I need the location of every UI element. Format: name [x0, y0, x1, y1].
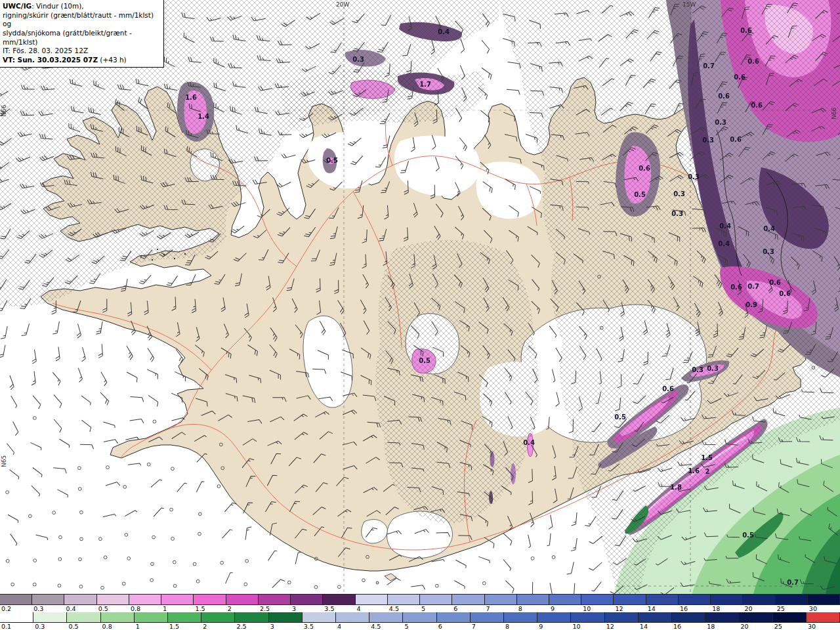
- legend-tick-label: 0.5: [67, 623, 100, 630]
- latitude-label: N66: [831, 108, 837, 119]
- legend-color-segment: [549, 595, 581, 604]
- legend-scale-rain: [0, 612, 840, 623]
- legend-tick-label: 2: [226, 605, 259, 612]
- legend-tick-label: 7: [471, 623, 504, 630]
- legend-tick-label: 3.5: [323, 605, 355, 612]
- legend-tick-label: 3.5: [303, 623, 336, 630]
- legend-tick-label: 20: [739, 623, 772, 630]
- legend-tick-label: 2: [201, 623, 235, 630]
- legend-tick-label: 25: [773, 623, 807, 630]
- legend-tick-label: 5: [403, 623, 436, 630]
- legend: 0.20.30.40.50.811.522.533.544.5567891012…: [0, 594, 840, 630]
- legend-tick-label: 8: [517, 605, 549, 612]
- legend-tick-label: 25: [776, 605, 808, 612]
- legend-tick-label: 0.3: [33, 623, 67, 630]
- legend-color-segment: [0, 612, 33, 622]
- legend-tick-label: 0.3: [32, 605, 64, 612]
- legend-color-segment: [420, 595, 452, 604]
- legend-tick-label: 5: [420, 605, 452, 612]
- legend-color-segment: [773, 612, 807, 622]
- legend-color-segment: [739, 612, 772, 622]
- legend-tick-label: 4: [356, 605, 388, 612]
- map-area: 20W15WN66N65N66: [0, 0, 840, 594]
- longitude-label: 20W: [336, 1, 349, 8]
- legend-tick-label: 2.5: [235, 623, 268, 630]
- legend-tick-label: 4.5: [388, 605, 420, 612]
- legend-color-segment: [32, 595, 64, 604]
- legend-color-segment: [711, 595, 743, 604]
- legend-tick-label: 18: [705, 623, 739, 630]
- latitude-label: N65: [1, 455, 7, 467]
- legend-scale-snow-labels: 0.20.30.40.50.811.522.533.544.5567891012…: [0, 605, 840, 612]
- legend-color-segment: [485, 595, 517, 604]
- legend-tick-label: 6: [452, 605, 484, 612]
- legend-color-segment: [537, 612, 571, 622]
- legend-tick-label: 10: [581, 605, 614, 612]
- legend-color-segment: [67, 612, 100, 622]
- title-line-3: slydda/snjókoma (grátt/bleikt/grænt - mm…: [3, 29, 159, 47]
- legend-tick-label: 9: [537, 623, 571, 630]
- legend-tick-label: 12: [605, 623, 639, 630]
- legend-color-segment: [356, 595, 388, 604]
- latitude-label: N66: [1, 105, 7, 117]
- title-box: UWC/IG: Vindur (10m), rigning/skúrir (gr…: [0, 0, 164, 68]
- legend-color-segment: [0, 595, 32, 604]
- legend-tick-label: 14: [639, 623, 672, 630]
- legend-color-segment: [226, 595, 259, 604]
- legend-tick-label: 8: [504, 623, 537, 630]
- map-canvas: 20W15WN66N65N66: [0, 0, 840, 594]
- legend-color-segment: [808, 595, 840, 604]
- legend-color-segment: [679, 595, 711, 604]
- legend-tick-label: 2.5: [259, 605, 291, 612]
- legend-color-segment: [646, 595, 679, 604]
- legend-tick-label: 3: [291, 605, 323, 612]
- legend-color-segment: [605, 612, 639, 622]
- legend-tick-label: 1: [161, 605, 194, 612]
- legend-color-segment: [97, 595, 129, 604]
- legend-color-segment: [614, 595, 646, 604]
- legend-tick-label: 0.2: [0, 605, 32, 612]
- legend-color-segment: [269, 612, 303, 622]
- legend-color-segment: [403, 612, 436, 622]
- legend-color-segment: [705, 612, 739, 622]
- legend-color-segment: [303, 612, 336, 622]
- legend-tick-label: 20: [743, 605, 775, 612]
- legend-color-segment: [504, 612, 537, 622]
- model-name: UWC/IG: [3, 2, 32, 10]
- legend-tick-label: 9: [549, 605, 581, 612]
- legend-tick-label: 12: [614, 605, 646, 612]
- legend-color-segment: [33, 612, 67, 622]
- title-line-2: rigning/skúrir (grænt/blátt/rautt - mm/1…: [3, 11, 159, 29]
- legend-color-segment: [807, 612, 840, 622]
- legend-tick-label: 30: [808, 605, 840, 612]
- legend-color-segment: [437, 612, 471, 622]
- legend-color-segment: [369, 612, 403, 622]
- legend-tick-label: 1.5: [194, 605, 226, 612]
- legend-tick-label: 3: [269, 623, 303, 630]
- legend-color-segment: [101, 612, 135, 622]
- legend-tick-label: 16: [672, 623, 705, 630]
- legend-color-segment: [452, 595, 484, 604]
- legend-color-segment: [201, 612, 235, 622]
- legend-color-segment: [235, 612, 268, 622]
- legend-tick-label: 0.5: [97, 605, 129, 612]
- legend-color-segment: [168, 612, 201, 622]
- legend-color-segment: [336, 612, 369, 622]
- legend-tick-label: 0.8: [129, 605, 161, 612]
- legend-tick-label: 18: [711, 605, 743, 612]
- legend-tick-label: 14: [646, 605, 679, 612]
- legend-color-segment: [639, 612, 672, 622]
- legend-color-segment: [259, 595, 291, 604]
- legend-color-segment: [323, 595, 355, 604]
- legend-color-segment: [291, 595, 323, 604]
- legend-tick-label: 16: [679, 605, 711, 612]
- legend-tick-label: 30: [807, 623, 840, 630]
- legend-tick-label: 0.4: [64, 605, 96, 612]
- title-line-valid-time: VT: Sun. 30.03.2025 07Z (+43 h): [3, 56, 159, 65]
- legend-color-segment: [581, 595, 614, 604]
- legend-tick-label: 4.5: [369, 623, 403, 630]
- legend-color-segment: [776, 595, 808, 604]
- legend-color-segment: [743, 595, 775, 604]
- legend-color-segment: [194, 595, 226, 604]
- legend-color-segment: [571, 612, 604, 622]
